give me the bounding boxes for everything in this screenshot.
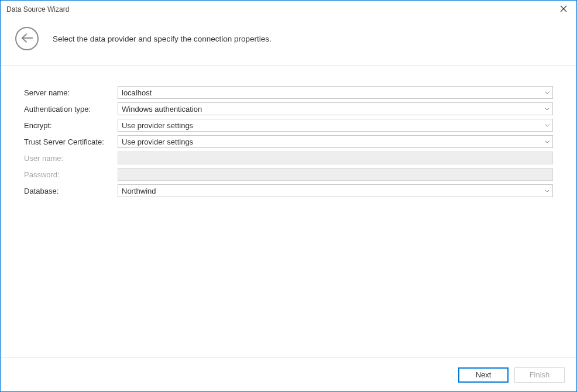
- value-trust-cert: Use provider settings: [118, 137, 542, 146]
- row-auth-type: Authentication type: Windows authenticat…: [24, 102, 553, 115]
- value-encrypt: Use provider settings: [118, 121, 542, 130]
- chevron-down-icon[interactable]: [542, 108, 552, 111]
- back-button[interactable]: [15, 27, 39, 50]
- row-database: Database: Northwind: [24, 184, 553, 197]
- input-user-name: [118, 152, 553, 164]
- titlebar: Data Source Wizard: [1, 1, 576, 18]
- row-trust-cert: Trust Server Certificate: Use provider s…: [24, 135, 553, 148]
- chevron-down-icon[interactable]: [542, 124, 552, 127]
- row-encrypt: Encrypt: Use provider settings: [24, 119, 553, 132]
- row-password: Password:: [24, 168, 553, 181]
- chevron-down-icon[interactable]: [542, 190, 552, 192]
- back-arrow-icon: [21, 33, 33, 44]
- input-database[interactable]: Northwind: [118, 184, 553, 197]
- close-icon: [560, 5, 567, 14]
- label-user-name: User name:: [24, 154, 118, 163]
- input-auth-type[interactable]: Windows authentication: [118, 102, 553, 115]
- label-encrypt: Encrypt:: [24, 121, 118, 130]
- window-title: Data Source Wizard: [6, 5, 550, 13]
- label-database: Database:: [24, 187, 118, 195]
- input-encrypt[interactable]: Use provider settings: [118, 119, 553, 132]
- row-user-name: User name:: [24, 152, 553, 164]
- wizard-header: Select the data provider and specify the…: [1, 18, 576, 66]
- value-server-name: localhost: [118, 88, 542, 97]
- label-password: Password:: [24, 170, 118, 179]
- value-auth-type: Windows authentication: [118, 105, 542, 114]
- finish-button: Finish: [514, 367, 565, 383]
- row-server-name: Server name: localhost: [24, 86, 553, 99]
- value-database: Northwind: [118, 187, 542, 195]
- chevron-down-icon[interactable]: [542, 91, 552, 94]
- wizard-footer: Next Finish: [1, 357, 576, 391]
- label-trust-cert: Trust Server Certificate:: [24, 137, 118, 146]
- close-button[interactable]: [550, 1, 576, 18]
- input-password: [118, 168, 553, 181]
- label-auth-type: Authentication type:: [24, 105, 118, 114]
- label-server-name: Server name:: [24, 88, 118, 97]
- wizard-window: Data Source Wizard Select the data provi…: [0, 0, 577, 392]
- input-server-name[interactable]: localhost: [118, 86, 553, 99]
- form-area: Server name: localhost Authentication ty…: [1, 66, 576, 357]
- chevron-down-icon[interactable]: [542, 140, 552, 143]
- input-trust-cert[interactable]: Use provider settings: [118, 135, 553, 148]
- instruction-text: Select the data provider and specify the…: [53, 35, 272, 43]
- next-button[interactable]: Next: [458, 367, 509, 383]
